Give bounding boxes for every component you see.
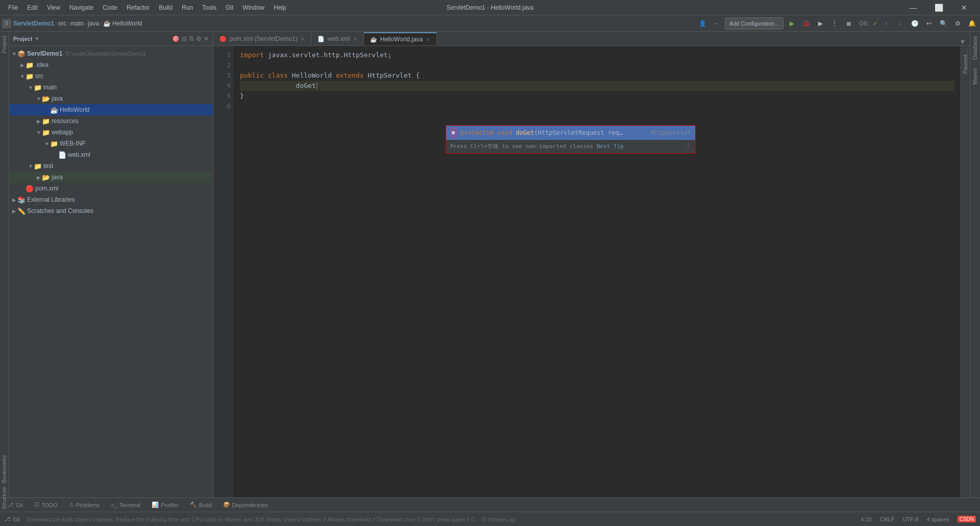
git-rollback-icon[interactable]: ↩: [923, 17, 935, 30]
bookmarks-side-label[interactable]: Bookmarks: [0, 453, 8, 485]
tree-label-idea: .idea: [35, 61, 48, 68]
maximize-button[interactable]: ⬜: [927, 0, 950, 15]
settings-gear-icon[interactable]: ⚙: [196, 35, 202, 42]
search-everywhere-icon[interactable]: 🔍: [937, 17, 949, 30]
next-tip-link[interactable]: Next Tip: [597, 143, 624, 150]
tree-item-main[interactable]: ▼ 📁 main: [9, 82, 213, 93]
git-push-icon[interactable]: ↑: [880, 17, 892, 30]
bottom-tab-profiler[interactable]: 📊 Profiler: [146, 499, 184, 511]
structure-side-label[interactable]: Structure: [0, 485, 8, 512]
run-button[interactable]: ▶: [786, 17, 798, 30]
hide-panel-icon[interactable]: ✕: [204, 35, 209, 42]
project-dropdown-arrow[interactable]: ▼: [34, 36, 39, 41]
tree-item-webapp[interactable]: ▼ 📁 webapp: [9, 127, 213, 138]
tab-webxml-close[interactable]: ✕: [353, 36, 357, 42]
tree-item-src[interactable]: ▼ 📁 src: [9, 70, 213, 82]
tree-label-helloworld: HelloWorld: [60, 106, 89, 113]
tree-item-scratches[interactable]: ▶ ✏️ Scratches and Consoles: [9, 205, 213, 217]
git-status-item[interactable]: ⎇ Git: [4, 516, 20, 522]
window-title: ServletDemo1 - HelloWorld.java: [447, 4, 534, 11]
maven-side-label[interactable]: Maven: [970, 64, 980, 89]
menu-build[interactable]: Build: [155, 3, 177, 12]
tree-item-root[interactable]: ▼ 📦 ServlDemo1 D:\code\Java\bite\Servlet…: [9, 48, 213, 59]
tree-item-idea[interactable]: ▶ 📁 .idea: [9, 59, 213, 70]
bottom-tab-todo[interactable]: ☑ TODO: [29, 499, 63, 511]
bottom-tab-build[interactable]: 🔨 Build: [185, 499, 216, 511]
file-encoding[interactable]: UTF-8: [902, 516, 918, 522]
locate-file-icon[interactable]: 🎯: [172, 35, 180, 42]
bottom-tab-terminal[interactable]: >_ Terminal: [106, 499, 145, 511]
autocomplete-item[interactable]: m protected void doGet(HttpServletReques…: [446, 126, 695, 140]
menu-window[interactable]: Window: [238, 3, 268, 12]
tree-item-test[interactable]: ▼ 📁 test: [9, 160, 213, 172]
add-configuration-button[interactable]: Add Configuration...: [725, 17, 783, 30]
debug-button[interactable]: 🐞: [800, 17, 812, 30]
bottom-tab-dependencies[interactable]: 📦 Dependencies: [218, 499, 273, 511]
collapse-all-icon[interactable]: ⊟: [182, 35, 187, 42]
tree-item-webxml[interactable]: 📄 web.xml: [9, 149, 213, 160]
breadcrumb-main[interactable]: main: [70, 20, 84, 27]
more-run-options[interactable]: ⋮: [828, 17, 841, 30]
navigate-back-icon[interactable]: ←: [710, 17, 723, 30]
menu-run[interactable]: Run: [178, 3, 197, 12]
tab-webxml[interactable]: 📄 web.xml ✕: [311, 32, 364, 45]
stop-button[interactable]: ◼: [843, 17, 855, 30]
tree-item-helloworld[interactable]: ☕ HelloWorld: [9, 104, 213, 115]
project-side-label[interactable]: Project: [0, 32, 8, 57]
expand-arrow-webinf: ▼: [44, 141, 50, 147]
menu-help[interactable]: Help: [270, 3, 290, 12]
breadcrumb-file[interactable]: ☕ HelloWorld: [103, 20, 142, 27]
tree-label-test-java: java: [52, 174, 63, 181]
breadcrumb-src[interactable]: src: [58, 20, 66, 27]
close-button[interactable]: ✕: [952, 0, 976, 15]
tab-helloworld[interactable]: ☕ HelloWorld.java ✕: [364, 32, 437, 45]
database-side-label[interactable]: Database: [970, 32, 980, 64]
autocomplete-popup[interactable]: m protected void doGet(HttpServletReques…: [446, 125, 696, 154]
tree-item-ext-libs[interactable]: ▶ 📚 External Libraries: [9, 194, 213, 205]
tree-item-web-inf[interactable]: ▼ 📁 WEB-INF: [9, 138, 213, 149]
tree-item-java-src[interactable]: ▼ 📂 java: [9, 93, 213, 104]
breadcrumb-java[interactable]: java: [88, 20, 99, 27]
tree-item-pomxml[interactable]: 🔴 pom.xml: [9, 183, 213, 194]
cursor-position[interactable]: 4:10: [861, 516, 871, 522]
bottom-tab-git-label: Git: [16, 502, 23, 508]
menu-tools[interactable]: Tools: [198, 3, 220, 12]
notifications-icon[interactable]: 🔔: [966, 17, 978, 30]
menu-navigate[interactable]: Navigate: [65, 3, 97, 12]
menu-file[interactable]: File: [4, 3, 22, 12]
settings-icon[interactable]: ⚙: [951, 17, 964, 30]
tab-pom[interactable]: 🔴 pom.xml (ServletDemo1) ✕: [213, 32, 311, 45]
autocomplete-more-icon[interactable]: ⋮: [685, 141, 691, 152]
autocomplete-type: HttpServlet: [651, 128, 691, 138]
user-icon[interactable]: 👤: [696, 17, 708, 30]
main-layout: Project Project ▼ 🎯 ⊟ ⇅ ⚙ ✕ ▼ 📦 ServlDem…: [0, 32, 980, 497]
menu-view[interactable]: View: [43, 3, 64, 12]
sort-icon[interactable]: ⇅: [189, 35, 194, 42]
tab-pom-label: pom.xml (ServletDemo1): [230, 35, 298, 42]
code-editor[interactable]: import javax.servlet.http.HttpServlet; p…: [234, 46, 961, 497]
git-history-icon[interactable]: 🕐: [909, 17, 921, 30]
expand-arrow-test-java: ▶: [36, 175, 42, 180]
expand-arrow-extlibs: ▶: [11, 197, 17, 203]
tab-helloworld-close[interactable]: ✕: [426, 37, 430, 42]
tree-item-resources[interactable]: ▶ 📁 resources: [9, 115, 213, 127]
minimize-button[interactable]: —: [901, 0, 925, 15]
menu-git[interactable]: Git: [222, 3, 237, 12]
indent-setting[interactable]: 4 spaces: [927, 516, 949, 522]
bottom-tab-problems[interactable]: ⚠ Problems: [64, 499, 105, 511]
build-icon: 🔨: [190, 501, 197, 508]
tree-path-hint: D:\code\Java\bite\ServletDemo1: [65, 51, 146, 57]
folder-icon-resources: 📁: [42, 117, 50, 125]
tab-pom-close[interactable]: ✕: [301, 36, 305, 42]
menu-code[interactable]: Code: [99, 3, 121, 12]
breadcrumb-project[interactable]: ServletDemo1: [13, 20, 54, 27]
tabs-bar: 🔴 pom.xml (ServletDemo1) ✕ 📄 web.xml ✕ ☕…: [213, 32, 970, 46]
git-update-icon[interactable]: ↓: [894, 17, 906, 30]
run-with-coverage[interactable]: ▶: [814, 17, 826, 30]
tabs-more-button[interactable]: ▼: [955, 38, 970, 45]
menu-edit[interactable]: Edit: [23, 3, 42, 12]
line-separator[interactable]: CRLF: [880, 516, 895, 522]
menu-refactor[interactable]: Refactor: [122, 3, 154, 12]
tree-item-test-java[interactable]: ▶ 📂 java: [9, 172, 213, 183]
folder-icon-idea: 📁: [26, 61, 34, 69]
